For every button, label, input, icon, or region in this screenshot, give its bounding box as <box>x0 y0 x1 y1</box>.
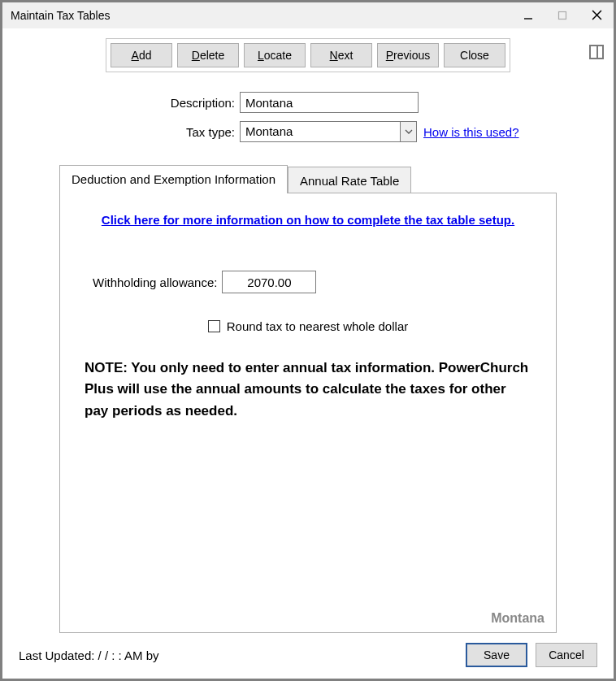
tax-table-setup-link[interactable]: Click here for more information on how t… <box>102 213 514 227</box>
cancel-button[interactable]: Cancel <box>536 643 597 667</box>
taxtype-combobox[interactable]: Montana <box>240 121 417 142</box>
withholding-allowance-input[interactable] <box>222 271 316 293</box>
description-label: Description: <box>12 96 240 110</box>
footer: Last Updated: / / : : AM by Save Cancel <box>12 633 604 679</box>
round-row: Round tax to nearest whole dollar <box>85 319 531 333</box>
minimize-button[interactable] <box>511 2 545 28</box>
annual-note: NOTE: You only need to enter annual tax … <box>85 358 531 422</box>
window-body: Add Delete Locate Next Previous Close De… <box>2 28 614 679</box>
tab-annual-rate[interactable]: Annual Rate Table <box>288 167 411 195</box>
taxtype-row: Tax type: Montana How is this used? <box>12 121 604 142</box>
tab-deduction[interactable]: Deduction and Exemption Information <box>59 165 288 193</box>
window-controls <box>511 2 614 28</box>
description-input[interactable] <box>240 92 419 113</box>
last-updated-text: Last Updated: / / : : AM by <box>19 648 466 662</box>
tabs-area: Deduction and Exemption Information Annu… <box>12 165 604 633</box>
withholding-row: Withholding allowance: <box>93 271 531 293</box>
close-window-button[interactable] <box>579 2 614 28</box>
round-tax-label: Round tax to nearest whole dollar <box>227 319 408 333</box>
how-used-link[interactable]: How is this used? <box>423 125 519 139</box>
locate-button[interactable]: Locate <box>244 43 306 67</box>
maximize-icon <box>557 11 567 20</box>
save-button[interactable]: Save <box>466 643 527 667</box>
delete-button[interactable]: Delete <box>177 43 239 67</box>
round-tax-checkbox[interactable] <box>208 320 220 332</box>
previous-button[interactable]: Previous <box>377 43 439 67</box>
panel-layout-icon[interactable] <box>589 45 604 59</box>
description-row: Description: <box>12 92 604 113</box>
withholding-label: Withholding allowance: <box>93 275 217 289</box>
footer-buttons: Save Cancel <box>466 643 597 667</box>
next-button[interactable]: Next <box>310 43 372 67</box>
titlebar: Maintain Tax Tables <box>2 2 614 28</box>
tax-watermark: Montana <box>491 611 544 626</box>
taxtype-label: Tax type: <box>12 125 240 139</box>
chevron-down-icon <box>405 129 413 134</box>
svg-rect-1 <box>559 11 566 19</box>
tab-strip: Deduction and Exemption Information Annu… <box>59 165 557 193</box>
close-icon <box>592 10 602 20</box>
setup-link-row: Click here for more information on how t… <box>85 213 531 227</box>
window: Maintain Tax Tables Add Delete Locate Ne… <box>0 0 616 681</box>
minimize-icon <box>523 11 533 20</box>
add-button[interactable]: Add <box>111 43 172 67</box>
toolbar: Add Delete Locate Next Previous Close <box>106 38 510 72</box>
close-button[interactable]: Close <box>444 43 505 67</box>
form-area: Description: Tax type: Montana How is th… <box>12 92 604 150</box>
toolbar-area: Add Delete Locate Next Previous Close <box>12 38 604 72</box>
taxtype-dropdown-button[interactable] <box>400 122 416 141</box>
taxtype-value: Montana <box>241 122 400 141</box>
window-title: Maintain Tax Tables <box>11 9 511 22</box>
tab-panel: Click here for more information on how t… <box>59 193 557 633</box>
maximize-button[interactable] <box>545 2 579 28</box>
